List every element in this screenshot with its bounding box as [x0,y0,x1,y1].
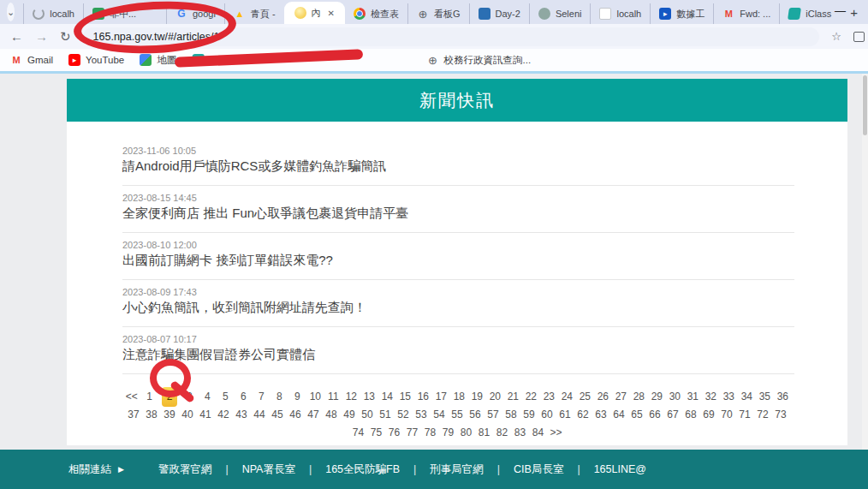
page-number[interactable]: 31 [687,388,699,406]
page-number[interactable]: 70 [721,406,733,424]
news-title-link[interactable]: 全家便利商店 推出 Fun心取爭議包裹退貨申請平臺 [122,206,794,222]
page-number[interactable]: 84 [532,424,544,442]
page-number[interactable]: 33 [722,388,734,406]
page-number[interactable]: 6 [237,388,249,406]
close-icon[interactable]: ✕ [328,9,335,18]
browser-tab[interactable]: localh [590,3,650,24]
page-number[interactable]: 5 [219,388,231,406]
page-number[interactable]: 66 [649,406,661,424]
page-number[interactable]: 76 [388,424,400,442]
page-number[interactable]: 40 [181,406,193,424]
page-number[interactable]: 54 [433,406,445,424]
page-number[interactable]: 61 [559,406,571,424]
browser-tab[interactable]: Fwd: ... [713,3,779,24]
bookmark-item[interactable]: YouTube [68,54,124,66]
related-links-label[interactable]: 相關連結 ▶ [68,462,124,477]
page-number[interactable]: 41 [199,406,211,424]
news-title-link[interactable]: 小心釣魚簡訊，收到簡訊附網址請先查詢！ [122,300,794,316]
browser-tab[interactable]: googl [166,3,224,24]
page-number[interactable]: 12 [345,388,357,406]
page-number[interactable]: 71 [739,406,751,424]
page-number[interactable]: 32 [705,388,716,406]
bookmark-item[interactable]: 校務行政資訊查詢... [427,54,532,67]
page-number[interactable]: 78 [424,424,436,442]
page-number[interactable]: 14 [381,388,393,406]
page-number[interactable]: 62 [577,406,589,424]
page-number[interactable]: 16 [417,388,429,406]
page-number[interactable]: 7 [255,388,267,406]
tab-search-button[interactable]: ⌄ [7,3,15,21]
page-number[interactable]: 24 [561,388,573,406]
page-number[interactable]: 82 [496,424,508,442]
page-number[interactable]: 51 [379,406,391,424]
page-number[interactable]: 80 [460,424,472,442]
page-number[interactable]: 53 [415,406,427,424]
page-number[interactable]: << [126,388,138,406]
window-minimize-button[interactable]: — [835,4,846,17]
browser-tab[interactable]: 非中... [83,3,145,24]
page-number[interactable]: 20 [489,388,501,406]
scrollbar-thumb[interactable] [863,75,867,135]
page-number[interactable]: 9 [291,388,303,406]
page-number[interactable]: 68 [685,406,697,424]
browser-tab[interactable]: 看板G [407,3,469,24]
page-number[interactable]: 47 [307,406,319,424]
reload-icon[interactable]: ↻ [60,30,71,43]
browser-tab[interactable]: 數據工 [650,3,713,24]
page-number[interactable]: 23 [543,388,555,406]
page-number[interactable]: 65 [631,406,643,424]
page-number[interactable]: 67 [667,406,679,424]
page-number[interactable]: 17 [435,388,447,406]
browser-tab[interactable]: 內 ✕ [284,2,345,24]
bookmark-item[interactable]: 地圖 [140,54,176,67]
page-number[interactable]: 58 [505,406,517,424]
footer-link[interactable]: 警政署官網 [158,462,212,477]
page-number[interactable]: 29 [651,388,663,406]
footer-link[interactable]: 165LINE@ [563,463,646,475]
page-number[interactable]: 22 [525,388,537,406]
scrollbar[interactable] [862,74,868,450]
side-panel-icon[interactable] [853,32,865,42]
page-number[interactable]: 11 [327,388,339,406]
page-number[interactable]: 4 [201,388,213,406]
footer-link[interactable]: 刑事局官網 [400,462,484,477]
page-number[interactable]: 13 [363,388,375,406]
page-number[interactable]: 72 [757,406,769,424]
browser-tab[interactable]: Day-2 [469,3,529,24]
page-number[interactable]: 64 [613,406,625,424]
page-number[interactable]: 74 [352,424,364,442]
page-number[interactable]: 55 [451,406,463,424]
page-number[interactable]: 52 [397,406,409,424]
browser-tab[interactable]: 青頁 - [224,3,284,24]
page-number[interactable]: 10 [309,388,321,406]
browser-tab[interactable]: 檢查表 [345,3,407,24]
footer-link[interactable]: CIB局長室 [484,462,564,477]
page-number[interactable]: 45 [271,406,283,424]
page-number[interactable]: 79 [442,424,454,442]
page-number[interactable]: 77 [406,424,418,442]
news-title-link[interactable]: 請Android用戶慎防RCS或多媒體釣魚詐騙簡訊 [122,158,794,175]
browser-tab[interactable]: Seleni [529,3,591,24]
bookmark-item[interactable]: Gmail [10,54,53,66]
page-number[interactable]: 44 [253,406,265,424]
page-number[interactable]: 60 [541,406,553,424]
page-number[interactable]: 63 [595,406,607,424]
browser-tab[interactable]: iClass [779,3,840,24]
forward-icon[interactable]: → [35,30,48,43]
page-number[interactable]: 69 [703,406,715,424]
page-number[interactable]: 48 [325,406,337,424]
page-number[interactable]: 25 [579,388,591,406]
url-text[interactable]: 165.npa.gov.tw/#/articles/1 [93,31,220,43]
page-number[interactable]: 42 [217,406,229,424]
page-number[interactable]: 46 [289,406,301,424]
page-number[interactable]: 18 [453,388,465,406]
page-number[interactable]: 75 [370,424,382,442]
page-number[interactable]: 28 [633,388,645,406]
page-number[interactable]: 1 [144,388,156,406]
page-number[interactable]: 34 [740,388,752,406]
bookmark-star-icon[interactable]: ☆ [831,30,841,43]
page-number[interactable]: 49 [343,406,355,424]
page-number[interactable]: 36 [776,388,788,406]
page-number[interactable]: 15 [399,388,411,406]
address-bar[interactable]: 165.npa.gov.tw/#/articles/1 [83,27,820,46]
